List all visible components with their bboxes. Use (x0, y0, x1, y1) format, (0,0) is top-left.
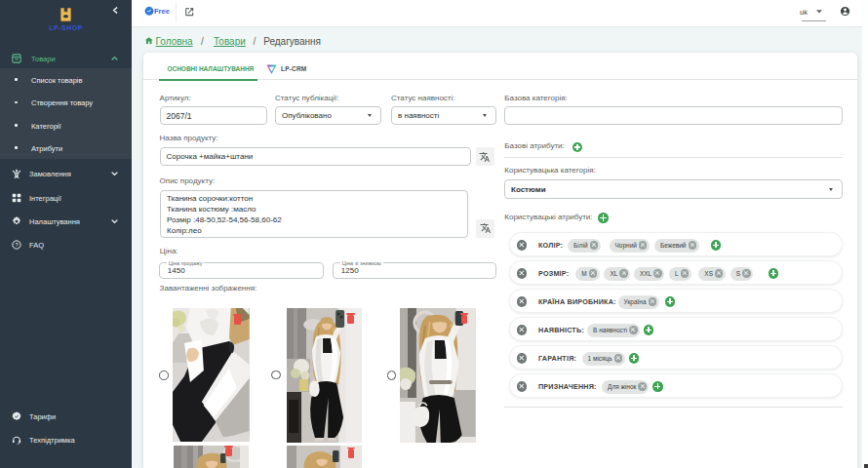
svg-text:?: ? (15, 242, 18, 248)
